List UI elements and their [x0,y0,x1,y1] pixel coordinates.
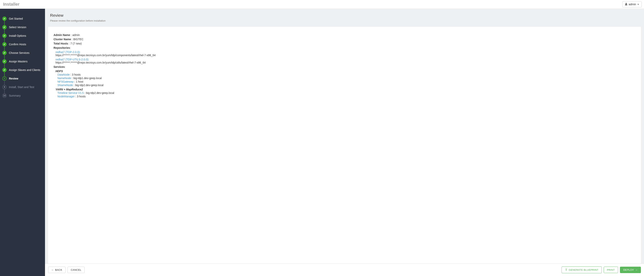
wizard-step[interactable]: Assign Slaves and Clients [2,67,44,73]
component-name: NameNode [58,77,71,80]
repositories-label: Repositories [54,46,70,49]
total-hosts-value: 7 (7 new) [70,42,82,45]
component-name: SNameNode [58,84,73,87]
cancel-button-label: CANCEL [71,268,82,271]
admin-name-label: Admin Name [54,33,70,37]
back-button-label: BACK [55,268,62,271]
wizard-step-label: Assign Slaves and Clients [9,68,40,72]
cluster-name-label: Cluster Name [54,38,71,41]
component-name: DataNode [58,73,70,76]
wizard-step[interactable]: Choose Services [2,50,44,56]
wizard-step[interactable]: Confirm Hosts [2,41,44,48]
user-menu-button[interactable]: admin ▼ [622,1,642,7]
wizard-step[interactable]: Assign Masters [2,58,44,65]
total-hosts-line: Total Hosts : 7 (7 new) [54,42,636,45]
wizard-step-label: Summary [9,94,20,97]
component-line: NFSGateway : 1 host [58,80,636,83]
component-value: 3 hosts [77,95,86,98]
admin-name-value: admin [72,33,80,37]
app-title: Installer [3,2,20,7]
step-check-icon [2,25,6,29]
component-name: Timeline Service V1.5 [58,91,84,94]
component-value: big-tdp2.dev-geep.local [75,84,104,87]
caret-down-icon: ▼ [637,3,639,6]
page-title: Review [50,13,639,18]
wizard-step-label: Select Version [9,26,26,29]
component-line: Timeline Service V1.5 : big-tdp2.dev-gee… [58,91,636,94]
repository-url: https://******:******@repo.tecnisys.com.… [56,61,636,64]
admin-name-line: Admin Name : admin [54,33,636,37]
step-check-icon [2,59,6,64]
check-icon [4,69,6,71]
wizard-step[interactable]: Select Version [2,24,44,31]
component-value: big-tdp1.dev-geep.local [74,77,102,80]
component-line: NameNode : big-tdp1.dev-geep.local [58,77,636,80]
wizard-footer: BACK CANCEL GENERATE BLUEPRINT PRINT DE [45,263,644,276]
component-value: 1 host [76,80,83,83]
repository-url: https://******:******@repo.tecnisys.com.… [56,54,636,57]
wizard-sidebar: Get StartedSelect VersionInstall Options… [0,9,45,276]
wizard-step-label: Install Options [9,34,26,37]
back-button[interactable]: BACK [48,267,66,273]
deploy-button-label: DEPLOY [623,268,634,271]
check-icon [4,34,6,37]
top-bar: Installer admin ▼ [0,0,644,9]
component-name: NFSGateway [58,80,74,83]
services-line: Services: [54,65,636,68]
step-check-icon [2,68,6,72]
arrow-left-icon [52,268,54,271]
user-name: admin [629,3,636,6]
deploy-button[interactable]: DEPLOY [620,267,641,273]
page-header: Review Please review the configuration b… [45,9,644,24]
services-label: Services [54,65,65,68]
component-line: DataNode : 3 hosts [58,73,636,76]
wizard-step-label: Get Started [9,17,23,20]
review-panel: Admin Name : admin Cluster Name : BIGTEC… [48,27,641,263]
check-icon [4,26,6,29]
step-number: 8 [2,76,6,81]
wizard-step[interactable]: 8Review [2,75,44,82]
print-button[interactable]: PRINT [604,267,618,273]
wizard-step-label: Choose Services [9,51,30,54]
generate-blueprint-label: GENERATE BLUEPRINT [569,268,598,271]
component-line: NodeManager : 3 hosts [58,95,636,98]
check-icon [4,43,6,46]
wizard-step-label: Install, Start and Test [9,85,34,89]
step-check-icon [2,34,6,38]
service-block: HDFSDataNode : 3 hostsNameNode : big-tdp… [56,70,636,87]
step-check-icon [2,51,6,55]
cluster-name-line: Cluster Name : BIGTEC [54,38,636,41]
wizard-step-label: Assign Masters [9,60,28,63]
main-content: Review Please review the configuration b… [45,9,644,276]
wizard-step-label: Confirm Hosts [9,43,26,46]
check-icon [4,60,6,63]
component-value: 3 hosts [72,73,81,76]
wizard-step: 10Summary [2,92,44,99]
cluster-name-value: BIGTEC [73,38,84,41]
repository-name: redhat7 (TDP-2.0.0): [56,51,636,54]
repository-name: redhat7 (TDP-UTILS-2.0.0): [56,58,636,61]
cancel-button[interactable]: CANCEL [68,267,85,273]
repository-block: redhat7 (TDP-UTILS-2.0.0):https://******… [56,58,636,64]
service-name: HDFS [56,70,636,73]
generate-blueprint-button[interactable]: GENERATE BLUEPRINT [562,266,602,273]
page-subtitle: Please review the configuration before i… [50,19,639,22]
wizard-step[interactable]: Install Options [2,33,44,39]
step-number: 10 [2,93,6,98]
print-button-label: PRINT [607,268,615,271]
component-line: SNameNode : big-tdp2.dev-geep.local [58,84,636,87]
service-name: YARN + MapReduce2 [56,88,636,91]
component-value: big-tdp2.dev-geep.local [86,91,114,94]
user-icon [625,3,628,6]
component-name: NodeManager [58,95,75,98]
check-icon [4,17,6,20]
wizard-step: 9Install, Start and Test [2,84,44,90]
total-hosts-label: Total Hosts [54,42,68,45]
review-scroll[interactable]: Admin Name : admin Cluster Name : BIGTEC… [49,29,641,262]
check-icon [4,52,6,54]
wizard-step-label: Review [9,77,18,80]
service-block: YARN + MapReduce2Timeline Service V1.5 :… [56,88,636,98]
wizard-step[interactable]: Get Started [2,15,44,22]
repositories-line: Repositories: [54,46,636,49]
step-check-icon [2,17,6,21]
